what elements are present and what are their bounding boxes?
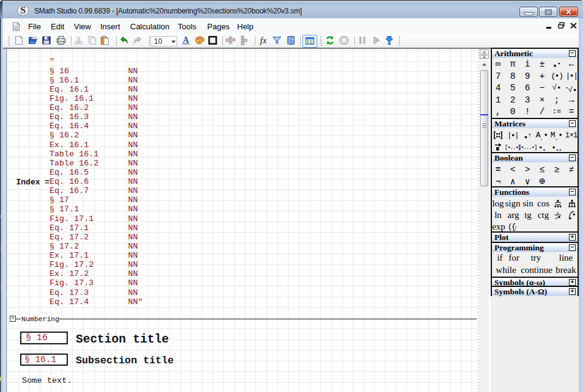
svg-text:S: S [20, 5, 26, 16]
svg-text:d: d [557, 211, 559, 216]
svg-text:fx: fx [260, 35, 267, 45]
svg-text:A: A [183, 35, 189, 45]
svg-text:d: d [556, 216, 558, 220]
svg-text:?: ? [290, 37, 294, 43]
